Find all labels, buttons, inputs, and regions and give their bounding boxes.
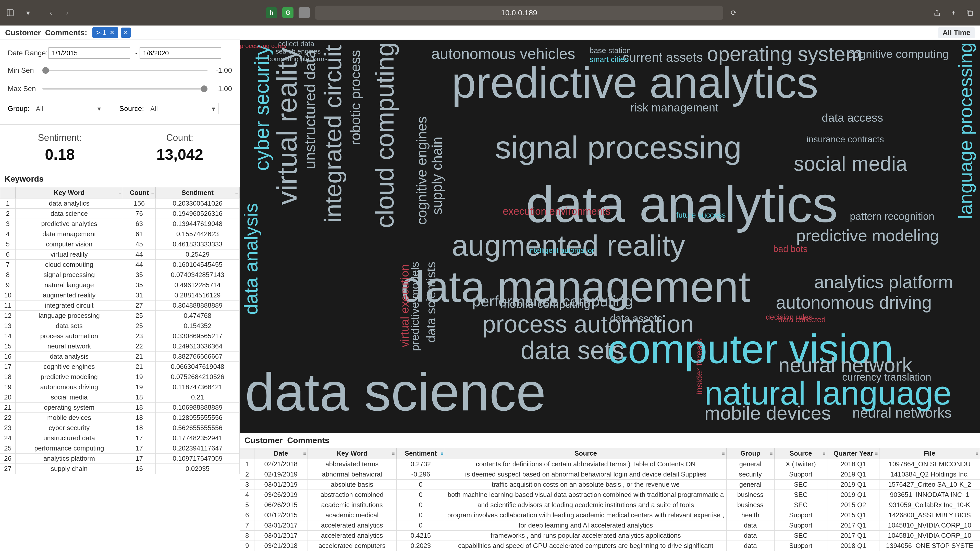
table-row[interactable]: 703/01/2017accelerated analytics0for dee…: [240, 520, 980, 530]
sidebar-toggle-icon[interactable]: [5, 8, 15, 18]
wc-word[interactable]: unstructured data: [301, 50, 319, 169]
filter-icon[interactable]: ≡: [770, 451, 773, 456]
wc-word[interactable]: mobile computing: [500, 297, 590, 311]
wc-word[interactable]: autonomous vehicles: [431, 45, 575, 62]
wc-word[interactable]: insider threats: [694, 338, 704, 394]
share-icon[interactable]: [932, 8, 942, 18]
wc-word[interactable]: neural networks: [853, 405, 951, 421]
wc-word[interactable]: supply chain: [429, 137, 445, 215]
wc-word[interactable]: intelligent automation: [528, 246, 596, 254]
table-row[interactable]: 403/26/2019abstraction combined0both mac…: [240, 490, 980, 500]
table-row[interactable]: 803/01/2017accelerated analytics0.4215fr…: [240, 530, 980, 541]
table-row[interactable]: 202/19/2019abnormal behavioral-0.296is d…: [240, 469, 980, 480]
honey-ext-icon[interactable]: h: [266, 7, 277, 18]
filter-icon[interactable]: ≡: [875, 451, 878, 456]
wc-word[interactable]: autonomous driving: [776, 292, 932, 313]
wc-word[interactable]: data analysis: [240, 203, 262, 315]
table-row[interactable]: 102/21/2018abbreviated terms0.2732conten…: [240, 459, 980, 469]
filter-icon[interactable]: ≡: [975, 451, 978, 456]
close-icon[interactable]: ✕: [110, 29, 115, 36]
wc-word[interactable]: data analytics: [526, 175, 838, 233]
min-sen-slider[interactable]: [42, 70, 207, 71]
table-row[interactable]: 903/21/2018accelerated computers0.2023ca…: [240, 541, 980, 551]
wc-word[interactable]: decision rules: [765, 313, 812, 321]
grammarly-ext-icon[interactable]: G: [282, 7, 293, 18]
table-row[interactable]: 20social media180.21: [0, 392, 240, 403]
wc-word[interactable]: language processing: [955, 42, 977, 219]
timerange-badge[interactable]: All Time: [938, 27, 975, 38]
wc-word[interactable]: mobile devices: [704, 402, 831, 424]
wc-word[interactable]: virtual reality: [270, 48, 303, 205]
table-row[interactable]: 6virtual reality440.25429: [0, 249, 240, 260]
wc-word[interactable]: processing cores: [240, 42, 286, 49]
wc-word[interactable]: robotic process: [347, 50, 363, 145]
table-row[interactable]: 303/01/2019absolute basis0traffic acquis…: [240, 480, 980, 490]
ext-icon-3[interactable]: [299, 7, 310, 18]
table-row[interactable]: 25performance computing170.202394117647: [0, 443, 240, 454]
filter-icon[interactable]: ≡: [151, 190, 154, 195]
table-row[interactable]: 23cyber security180.562655555556: [0, 423, 240, 433]
wc-word[interactable]: future success: [676, 211, 725, 219]
table-row[interactable]: 9natural language350.49612285714: [0, 280, 240, 290]
wc-word[interactable]: social media: [794, 152, 907, 176]
table-row[interactable]: 21operating system180.106988888889: [0, 403, 240, 413]
wordcloud[interactable]: predictive analytics data analytics data…: [240, 40, 980, 433]
reload-icon[interactable]: ⟳: [729, 8, 738, 18]
wc-word[interactable]: computing platforms: [268, 55, 328, 63]
wc-word[interactable]: analytics platform: [814, 272, 953, 292]
wc-word[interactable]: cloud computing: [370, 42, 399, 228]
wc-word[interactable]: process automation: [482, 310, 694, 338]
wc-word[interactable]: execution environments: [503, 206, 611, 217]
table-row[interactable]: 10augmented reality310.28814516129: [0, 290, 240, 300]
wc-word[interactable]: data scientists: [424, 262, 438, 343]
date-to-input[interactable]: [140, 48, 221, 59]
wc-word[interactable]: insurance contracts: [807, 134, 884, 144]
wc-word[interactable]: operating system: [707, 42, 862, 66]
table-row[interactable]: 27supply chain160.02035: [0, 464, 240, 474]
wc-word[interactable]: base station: [590, 46, 631, 55]
wc-word[interactable]: data science: [245, 361, 546, 423]
col-count[interactable]: Count≡: [123, 187, 156, 198]
back-icon[interactable]: ‹: [46, 8, 56, 18]
col-file[interactable]: File≡: [880, 448, 980, 459]
table-row[interactable]: 16data analysis210.382766666667: [0, 351, 240, 362]
wc-word[interactable]: risk management: [630, 101, 718, 114]
new-tab-icon[interactable]: +: [948, 8, 959, 18]
table-row[interactable]: 15neural network220.249613636364: [0, 341, 240, 351]
close-icon[interactable]: ✕: [123, 29, 128, 36]
col-quarter[interactable]: Quarter Year≡: [827, 448, 879, 459]
table-row[interactable]: 18predictive modeling190.0752684210526: [0, 372, 240, 382]
wc-word[interactable]: augmented reality: [452, 229, 685, 262]
filter-icon[interactable]: ≡: [722, 451, 725, 456]
filter-icon[interactable]: ≡: [235, 190, 238, 195]
wc-word[interactable]: data sets: [520, 336, 624, 365]
col-keyword[interactable]: Key Word≡: [16, 187, 123, 198]
comments-grid[interactable]: Date≡ Key Word≡ Sentiment≡ Source≡ Group…: [240, 448, 980, 551]
table-row[interactable]: 1data analytics1560.203300641026: [0, 198, 240, 209]
filter-icon[interactable]: ≡: [823, 451, 826, 456]
wc-word[interactable]: cognitive engines: [414, 116, 430, 225]
tabs-icon[interactable]: [965, 8, 975, 18]
table-row[interactable]: 26analytics platform170.109717647059: [0, 454, 240, 464]
group-select[interactable]: All▾: [33, 103, 104, 114]
wc-word[interactable]: bad bots: [773, 244, 808, 254]
wc-word[interactable]: pattern recognition: [850, 211, 934, 222]
col-group[interactable]: Group≡: [726, 448, 774, 459]
col-date[interactable]: Date≡: [254, 448, 307, 459]
wc-word[interactable]: data access: [822, 111, 883, 124]
col-sentiment[interactable]: Sentiment≡: [396, 448, 445, 459]
table-row[interactable]: 2data science760.194960526316: [0, 209, 240, 219]
filter-icon[interactable]: ≡: [303, 451, 306, 456]
col-source-name[interactable]: Source≡: [774, 448, 827, 459]
wc-word[interactable]: signal processing: [495, 129, 741, 165]
filter-icon[interactable]: ≡: [392, 451, 395, 456]
wc-word[interactable]: cognitive computing: [847, 48, 949, 61]
table-row[interactable]: 3predictive analytics630.139447619048: [0, 219, 240, 229]
wc-word[interactable]: current assets: [623, 50, 703, 65]
wc-word[interactable]: data assets: [610, 313, 662, 324]
table-row[interactable]: 8signal processing350.0740342857143: [0, 270, 240, 280]
wc-word[interactable]: predictive modeling: [796, 226, 939, 245]
table-row[interactable]: 24unstructured data170.177482352941: [0, 433, 240, 443]
url-bar[interactable]: 10.0.0.189: [315, 6, 723, 20]
col-sentiment[interactable]: Sentiment≡: [156, 187, 239, 198]
